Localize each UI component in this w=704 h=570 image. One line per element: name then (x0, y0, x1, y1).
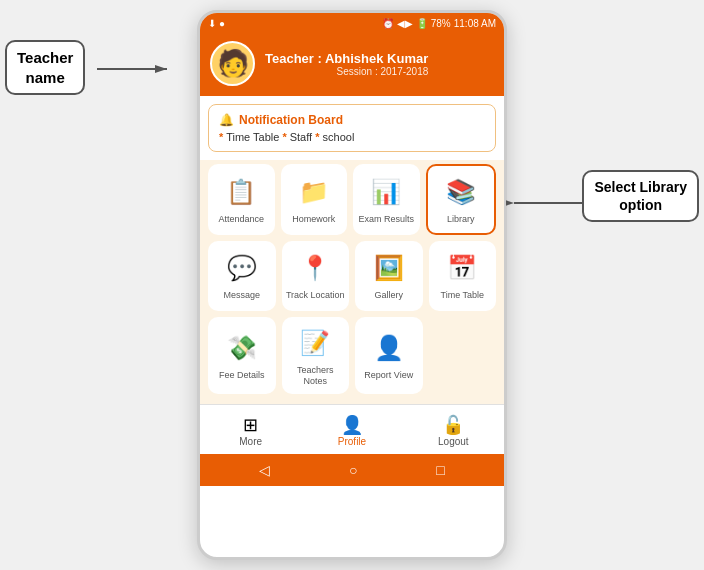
status-left: ⬇ ● (208, 18, 225, 29)
attendance-icon: 📋 (223, 174, 259, 210)
gallery-label: Gallery (374, 290, 403, 301)
exam-results-icon: 📊 (368, 174, 404, 210)
bell-icon: 🔔 (219, 113, 234, 127)
library-callout-text: Select Library option (594, 179, 687, 213)
library-callout: Select Library option (582, 170, 699, 222)
teacher-callout-text: Teacher name (17, 49, 73, 86)
fee-details-icon: 💸 (224, 330, 260, 366)
nav-logout[interactable]: 🔓 Logout (403, 414, 504, 447)
phone-frame: ⬇ ● ⏰ ◀▶ 🔋 78% 11:08 AM 🧑 Teacher : Abhi… (197, 10, 507, 560)
signal-icons: ◀▶ (397, 18, 413, 29)
track-location-label: Track Location (286, 290, 345, 301)
notif-title: 🔔 Notification Board (219, 113, 485, 127)
teacher-arrow (95, 58, 175, 80)
report-view-item[interactable]: 👤 Report View (355, 317, 423, 395)
attendance-label: Attendance (218, 214, 264, 225)
notif-text: * Time Table * Staff * school (219, 131, 485, 143)
nav-profile[interactable]: 👤 Profile (301, 414, 402, 447)
back-button[interactable]: ◁ (259, 462, 270, 478)
message-icon: 💬 (224, 250, 260, 286)
notification-board: 🔔 Notification Board * Time Table * Staf… (208, 104, 496, 152)
library-label: Library (447, 214, 475, 225)
teachers-notes-icon: 📝 (297, 325, 333, 361)
notif-star2: * (282, 131, 286, 143)
track-location-icon: 📍 (297, 250, 333, 286)
logout-label: Logout (438, 436, 469, 447)
status-right: ⏰ ◀▶ 🔋 78% 11:08 AM (382, 18, 496, 29)
notif-star1: * (219, 131, 223, 143)
android-nav: ◁ ○ □ (200, 454, 504, 486)
report-view-icon: 👤 (371, 330, 407, 366)
time-table-label: Time Table (440, 290, 484, 301)
exam-results-item[interactable]: 📊 Exam Results (353, 164, 420, 235)
grid-row-1: 📋 Attendance 📁 Homework 📊 Exam Results 📚… (208, 164, 496, 235)
gallery-icon: 🖼️ (371, 250, 407, 286)
nav-more[interactable]: ⊞ More (200, 414, 301, 447)
track-location-item[interactable]: 📍 Track Location (282, 241, 350, 311)
outer-wrapper: Teacher name Select Library option ⬇ ● (0, 0, 704, 570)
recent-button[interactable]: □ (436, 462, 444, 478)
battery-percent: 78% (431, 18, 451, 29)
message-label: Message (223, 290, 260, 301)
home-button[interactable]: ○ (349, 462, 357, 478)
library-icon: 📚 (443, 174, 479, 210)
avatar-emoji: 🧑 (217, 48, 249, 79)
teacher-name: Teacher : Abhishek Kumar (265, 51, 428, 66)
bottom-nav: ⊞ More 👤 Profile 🔓 Logout (200, 404, 504, 454)
profile-icon: 👤 (341, 414, 363, 436)
time-table-icon: 📅 (444, 250, 480, 286)
session-label: Session : 2017-2018 (265, 66, 428, 77)
logout-icon: 🔓 (442, 414, 464, 436)
status-bar: ⬇ ● ⏰ ◀▶ 🔋 78% 11:08 AM (200, 13, 504, 33)
message-item[interactable]: 💬 Message (208, 241, 276, 311)
alarm-icon: ⏰ (382, 18, 394, 29)
library-arrow (506, 192, 586, 214)
more-label: More (239, 436, 262, 447)
fee-details-item[interactable]: 💸 Fee Details (208, 317, 276, 395)
time-display: 11:08 AM (454, 18, 496, 29)
homework-icon: 📁 (296, 174, 332, 210)
battery-icon: 🔋 (416, 18, 428, 29)
time-table-item[interactable]: 📅 Time Table (429, 241, 497, 311)
homework-label: Homework (292, 214, 335, 225)
fee-details-label: Fee Details (219, 370, 265, 381)
empty-item (429, 317, 497, 395)
report-view-label: Report View (364, 370, 413, 381)
notif-star3: * (315, 131, 319, 143)
teachers-notes-item[interactable]: 📝 Teachers Notes (282, 317, 350, 395)
library-item[interactable]: 📚 Library (426, 164, 497, 235)
dot-icon: ● (219, 18, 225, 29)
gallery-item[interactable]: 🖼️ Gallery (355, 241, 423, 311)
teacher-name-callout: Teacher name (5, 40, 85, 95)
grid-row-3: 💸 Fee Details 📝 Teachers Notes 👤 Report … (208, 317, 496, 395)
more-icon: ⊞ (243, 414, 258, 436)
header-info: Teacher : Abhishek Kumar Session : 2017-… (265, 51, 428, 77)
exam-results-label: Exam Results (358, 214, 414, 225)
download-icon: ⬇ (208, 18, 216, 29)
homework-item[interactable]: 📁 Homework (281, 164, 348, 235)
teachers-notes-label: Teachers Notes (286, 365, 346, 387)
profile-label: Profile (338, 436, 366, 447)
grid-row-2: 💬 Message 📍 Track Location 🖼️ Gallery 📅 … (208, 241, 496, 311)
grid-area: 📋 Attendance 📁 Homework 📊 Exam Results 📚… (200, 160, 504, 404)
header: 🧑 Teacher : Abhishek Kumar Session : 201… (200, 33, 504, 96)
avatar: 🧑 (210, 41, 255, 86)
attendance-item[interactable]: 📋 Attendance (208, 164, 275, 235)
